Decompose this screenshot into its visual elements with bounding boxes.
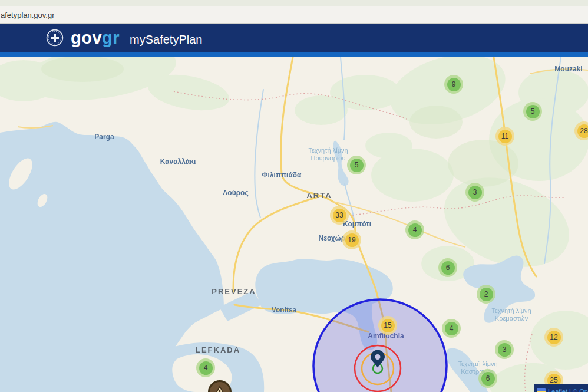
cluster-count: 19 — [345, 233, 359, 247]
cluster-marker[interactable]: 6 — [438, 258, 457, 277]
greek-emblem-icon — [46, 29, 64, 47]
cluster-count: 5 — [526, 105, 540, 118]
cluster-marker[interactable]: 2 — [477, 285, 495, 304]
govgr-header: govgr mySafetyPlan — [0, 24, 588, 52]
cluster-marker[interactable]: 6 — [478, 369, 497, 388]
cluster-count: 3 — [468, 186, 482, 199]
cluster-marker[interactable]: 4 — [442, 319, 461, 338]
cluster-marker[interactable]: 11 — [495, 127, 514, 146]
map-clusters-layer: 9511285333419621541236254 — [0, 57, 588, 392]
cluster-count: 6 — [441, 261, 455, 275]
cluster-marker[interactable]: 12 — [544, 328, 563, 347]
browser-top-strip — [0, 0, 588, 6]
cluster-count: 33 — [333, 209, 346, 222]
cluster-count: 28 — [577, 124, 588, 138]
cluster-marker[interactable]: 4 — [196, 358, 215, 377]
cluster-count: 5 — [350, 159, 364, 172]
url-text[interactable]: afetyplan.gov.gr — [0, 11, 55, 19]
cluster-count: 12 — [547, 331, 561, 344]
browser-url-bar[interactable]: afetyplan.gov.gr — [0, 6, 588, 24]
cluster-marker[interactable]: 28 — [574, 121, 588, 140]
header-accent-strip — [0, 52, 588, 57]
cluster-marker[interactable]: 33 — [330, 206, 349, 225]
cluster-marker[interactable]: 5 — [347, 156, 366, 174]
cluster-count: 4 — [408, 223, 422, 237]
cluster-marker[interactable]: 15 — [378, 316, 397, 335]
cluster-marker[interactable]: 5 — [523, 102, 542, 121]
cluster-marker[interactable]: 9 — [444, 75, 463, 94]
cluster-count: 9 — [447, 78, 461, 91]
cluster-marker[interactable]: 19 — [342, 230, 361, 249]
cluster-count: 4 — [445, 322, 458, 335]
attribution-text[interactable]: Leaflet | © Open — [548, 388, 588, 392]
ukraine-flag-icon — [537, 388, 546, 392]
cluster-marker[interactable]: 3 — [495, 340, 514, 359]
cluster-marker[interactable]: 4 — [405, 220, 424, 239]
app-title: mySafetyPlan — [130, 33, 202, 47]
cluster-count: 6 — [481, 372, 495, 386]
cluster-marker[interactable]: 3 — [465, 183, 484, 202]
warning-triangle-icon — [212, 384, 228, 392]
cluster-count: 2 — [480, 288, 493, 301]
cluster-count: 15 — [381, 319, 395, 332]
cluster-count: 3 — [498, 343, 511, 357]
cluster-count: 11 — [498, 130, 512, 143]
map-canvas[interactable]: MouzakiPargaΚαναλλάκιΦιλιππιάδαΛούροςART… — [0, 57, 588, 392]
govgr-logo: govgr — [71, 28, 120, 48]
map-attribution[interactable]: Leaflet | © Open — [534, 384, 588, 392]
cluster-count: 4 — [199, 361, 213, 375]
